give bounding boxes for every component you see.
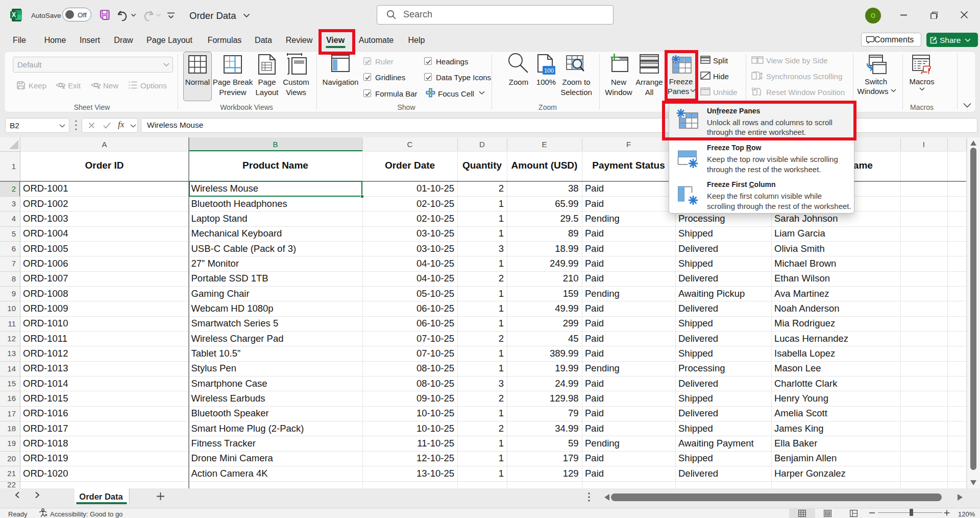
svg-text:100: 100 [544,67,554,74]
svg-text:X: X [12,11,16,18]
